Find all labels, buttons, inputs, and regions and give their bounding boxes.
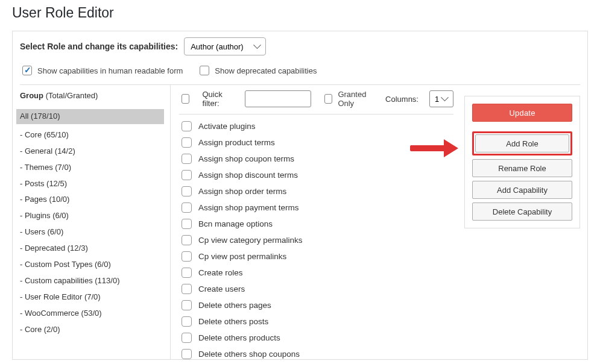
capability-item[interactable]: Activate plugins [179,118,453,134]
capability-item[interactable]: Assign shop payment terms [179,199,453,216]
capability-item[interactable]: Create users [179,281,453,297]
capability-checkbox[interactable] [182,316,192,327]
capability-checkbox[interactable] [182,235,192,245]
role-select[interactable]: Author (author) [184,37,266,55]
body-row: Group (Total/Granted) All (178/10)- Core… [20,85,580,359]
group-tree-item-label[interactable]: - Pages (10/0) [20,195,69,205]
rename-role-button[interactable]: Rename Role [472,159,572,177]
capability-item[interactable]: Bcn manage options [179,216,453,232]
capability-checkbox[interactable] [182,300,192,310]
capability-item[interactable]: Assign shop order terms [179,183,453,199]
group-tree-item[interactable]: - User Role Editor (7/0) [20,289,170,306]
capability-label: Delete others pages [198,301,271,310]
capability-checkbox[interactable] [182,349,192,359]
capability-item[interactable]: Assign product terms [179,134,453,151]
columns-select[interactable]: 1 [429,90,453,107]
filter-row: Quick filter: Granted Only Columns: 1 [179,90,453,115]
group-tree-item[interactable]: - Core (2/0) [20,322,170,338]
capability-item[interactable]: Assign shop discount terms [179,167,453,183]
role-select-wrap: Author (author) [184,37,266,55]
group-tree-item[interactable]: - Posts (12/5) [20,176,170,192]
granted-only-checkbox[interactable] [324,94,332,104]
capability-label: Assign shop payment terms [198,203,299,212]
group-tree-item-label[interactable]: - Core (2/0) [20,325,60,335]
capability-checkbox[interactable] [182,121,192,131]
display-options-row: Show capabilities in human readable form… [20,61,580,85]
capability-label: Bcn manage options [198,219,273,228]
group-tree-item[interactable]: - Core (65/10) [20,127,170,143]
group-tree-item-label[interactable]: - Deprecated (12/3) [20,243,88,254]
group-tree-item-label[interactable]: - Users (6/0) [20,227,63,237]
capability-item[interactable]: Assign shop coupon terms [179,151,453,167]
capability-label: Delete others shop coupons [198,350,300,359]
group-tree-item[interactable]: - Custom capabilities (113/0) [20,273,170,289]
capability-label: Assign product terms [198,138,275,147]
group-tree-item-label[interactable]: - Custom Post Types (6/0) [20,260,111,270]
group-tree-item-label[interactable]: All (178/10) [16,109,164,124]
human-readable-checkbox[interactable] [22,66,32,75]
capability-checkbox[interactable] [182,251,192,262]
capability-checkbox[interactable] [182,219,192,229]
group-header-label: Group [20,91,43,100]
editor-panel: Select Role and change its capabilities:… [12,31,588,360]
capability-item[interactable]: Delete others shop coupons [179,346,453,359]
group-tree-item[interactable]: - Plugins (6/0) [20,208,170,224]
capability-item[interactable]: Cp view category permalinks [179,232,453,248]
group-tree-item-label[interactable]: - Themes (7/0) [20,163,71,173]
capability-checkbox[interactable] [182,170,192,180]
capability-checkbox[interactable] [182,268,192,278]
capability-label: Create users [198,284,245,293]
quick-filter-label: Quick filter: [202,90,234,108]
capability-checkbox[interactable] [182,137,192,148]
actions-column: Update Add Role Rename Role Add Capabili… [453,85,580,359]
human-readable-label: Show capabilities in human readable form [37,66,183,75]
capability-label: Cp view category permalinks [198,236,303,245]
granted-only-option[interactable]: Granted Only [322,90,374,108]
capability-label: Assign shop coupon terms [198,154,294,163]
deprecated-checkbox[interactable] [200,66,209,75]
group-tree-item-label[interactable]: - Posts (12/5) [20,179,67,189]
group-tree-item[interactable]: - WooCommerce (53/0) [20,306,170,322]
columns-label: Columns: [385,95,418,104]
group-tree-item-label[interactable]: - Core (65/10) [20,130,69,140]
group-tree-item-label[interactable]: - User Role Editor (7/0) [20,292,101,303]
update-button[interactable]: Update [472,104,572,122]
capability-checkbox[interactable] [182,284,192,294]
group-tree-item[interactable]: - Pages (10/0) [20,192,170,208]
capabilities-list[interactable]: Activate pluginsAssign product termsAssi… [179,118,453,359]
group-tree-item-label[interactable]: - Custom capabilities (113/0) [20,276,119,286]
group-tree-item-label[interactable]: - General (14/2) [20,146,75,157]
capability-item[interactable]: Create roles [179,265,453,281]
capability-checkbox[interactable] [182,333,192,343]
capability-label: Activate plugins [198,122,256,131]
deprecated-option[interactable]: Show deprecated capabilities [197,64,317,77]
group-tree-item[interactable]: All (178/10) [20,106,170,127]
capability-item[interactable]: Delete others products [179,330,453,346]
add-role-highlight: Add Role [472,131,572,155]
group-tree-item[interactable]: - Custom Post Types (6/0) [20,257,170,273]
capability-label: Delete others posts [198,317,268,326]
select-all-checkbox[interactable] [182,94,189,104]
page-title: User Role Editor [12,5,588,21]
group-tree-item[interactable]: - General (14/2) [20,143,170,160]
capability-checkbox[interactable] [182,186,192,196]
capability-checkbox[interactable] [182,202,192,213]
delete-capability-button[interactable]: Delete Capability [472,202,572,221]
quick-filter-input[interactable] [245,90,311,107]
add-role-button[interactable]: Add Role [475,134,569,152]
group-tree-item-label[interactable]: - Plugins (6/0) [20,211,69,221]
capability-item[interactable]: Delete others posts [179,313,453,330]
capability-checkbox[interactable] [182,154,192,164]
capability-label: Cp view post permalinks [198,252,286,261]
capabilities-column: Quick filter: Granted Only Columns: 1 Ac… [171,85,453,359]
granted-only-label: Granted Only [338,90,374,108]
human-readable-option[interactable]: Show capabilities in human readable form [20,64,183,77]
capability-item[interactable]: Delete others pages [179,297,453,313]
group-tree-item[interactable]: - Themes (7/0) [20,160,170,176]
group-tree-item[interactable]: - Deprecated (12/3) [20,240,170,257]
group-tree-item-label[interactable]: - WooCommerce (53/0) [20,309,102,319]
add-capability-button[interactable]: Add Capability [472,181,572,199]
actions-panel: Update Add Role Rename Role Add Capabili… [464,96,580,228]
capability-item[interactable]: Cp view post permalinks [179,248,453,265]
group-tree-item[interactable]: - Users (6/0) [20,224,170,240]
